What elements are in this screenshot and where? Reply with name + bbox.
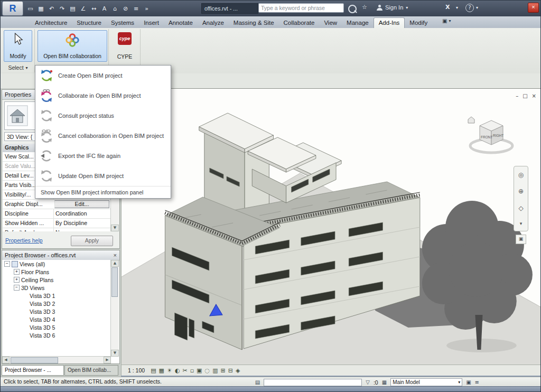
tab-view[interactable]: View	[319, 18, 342, 28]
tab-add-ins[interactable]: Add-Ins	[374, 17, 405, 28]
crop-view-icon[interactable]: ✂	[182, 367, 187, 374]
tree-node-vista-3d-6[interactable]: Vista 3D 6	[2, 331, 111, 339]
help-caret-icon[interactable]: ▾	[476, 5, 478, 10]
measure-icon[interactable]: ∠	[79, 4, 88, 13]
view-restore-icon[interactable]: □	[523, 93, 527, 99]
tree-node-vista-3d-3[interactable]: Vista 3D 3	[2, 307, 111, 315]
scroll-thumb[interactable]	[111, 267, 118, 297]
tree-node-vista-3d-2[interactable]: Vista 3D 2	[2, 300, 111, 307]
save-icon[interactable]: ▦	[36, 4, 45, 13]
tree-node-ceiling-plans[interactable]: + Ceiling Plans	[2, 276, 111, 284]
scroll-right-icon[interactable]: ▶	[104, 357, 111, 363]
browser-vertical-scrollbar[interactable]: ▲ ▼	[110, 260, 119, 357]
open-icon[interactable]: ▭	[26, 4, 35, 13]
navigation-wheel-icon[interactable]: ◎	[518, 171, 524, 179]
select-panel-label[interactable]: Select ▾	[2, 63, 35, 72]
dimension-icon[interactable]: ↔	[89, 4, 98, 13]
apply-button[interactable]: Apply	[71, 236, 113, 246]
tab-annotate[interactable]: Annotate	[164, 18, 198, 28]
property-value[interactable]: By Discipline	[53, 219, 110, 228]
tab-open-bim-collab[interactable]: Open BIM collab...	[64, 365, 118, 376]
selection-filter-icon[interactable]: ▽	[366, 379, 370, 385]
tab-analyze[interactable]: Analyze	[198, 18, 229, 28]
temporary-view-properties-icon[interactable]: ▥	[212, 367, 218, 374]
expand-icon[interactable]: +	[14, 277, 20, 283]
search-input[interactable]	[258, 3, 344, 13]
tab-insert[interactable]: Insert	[139, 18, 164, 28]
property-value[interactable]: None	[53, 228, 110, 231]
design-option-select[interactable]: Main Model ▾	[390, 378, 462, 386]
detail-level-icon[interactable]: ▤	[151, 367, 156, 374]
cype-button[interactable]: cype CYPE	[110, 30, 139, 62]
property-value[interactable]: Coordination	[53, 209, 110, 218]
section-icon[interactable]: ⊘	[121, 4, 130, 13]
qat-overflow-icon[interactable]: »	[142, 4, 151, 13]
view-minimize-icon[interactable]: –	[516, 93, 518, 99]
redo-icon[interactable]: ↷	[58, 4, 67, 13]
modify-button[interactable]: Modify	[4, 30, 32, 62]
scroll-thumb[interactable]	[11, 357, 58, 363]
shadows-icon[interactable]: ◐	[175, 367, 180, 374]
tab-systems[interactable]: Systems	[106, 18, 139, 28]
tab-structure[interactable]: Structure	[72, 18, 106, 28]
print-icon[interactable]: ▤	[68, 4, 77, 13]
navbar-extra-icon[interactable]: ▣	[516, 235, 526, 244]
search-icon[interactable]	[348, 5, 357, 15]
editable-only-icon[interactable]: ▣	[466, 379, 471, 385]
collapse-icon[interactable]: −	[14, 285, 20, 291]
zoom-icon[interactable]: ⊕	[518, 188, 524, 195]
scroll-down-icon[interactable]: ▼	[111, 350, 119, 357]
ribbon-display-toggle[interactable]: ▣ ▾	[442, 18, 451, 24]
application-menu-button[interactable]: R	[2, 1, 23, 16]
select-toggle-icon[interactable]: ≡	[475, 379, 479, 385]
visual-style-icon[interactable]: ▦	[159, 367, 164, 374]
expand-icon[interactable]: +	[14, 269, 20, 275]
tree-node-vista-3d-1[interactable]: Vista 3D 1	[2, 292, 111, 300]
tab-manage[interactable]: Manage	[342, 18, 374, 28]
favorites-star-icon[interactable]: ☆	[362, 4, 367, 11]
help-icon[interactable]: ?	[465, 4, 474, 12]
project-browser-header[interactable]: Project Browser - offices.rvt ×	[2, 250, 119, 260]
orbit-icon[interactable]: ◇	[518, 204, 523, 212]
tree-node-3d-views[interactable]: − 3D Views	[2, 284, 111, 292]
view-close-icon[interactable]: ×	[532, 93, 536, 99]
project-browser-close-icon[interactable]: ×	[114, 251, 117, 260]
edit-button[interactable]: Edit...	[54, 200, 109, 208]
scroll-up-icon[interactable]: ▲	[111, 260, 119, 267]
window-close-button[interactable]: ×	[528, 3, 539, 13]
sun-path-icon[interactable]: ☀	[167, 367, 172, 374]
show-crop-region-icon[interactable]: ▫	[190, 367, 194, 374]
worksharing-display-icon[interactable]: ⊞	[221, 367, 226, 374]
menu-item-export-ifc[interactable]: Export the IFC file again	[35, 146, 171, 166]
menu-item-create-openbim[interactable]: Create Open BIM project	[35, 66, 171, 86]
undo-icon[interactable]: ↶	[47, 4, 56, 13]
tab-architecture[interactable]: Architecture	[30, 18, 72, 28]
open-bim-collaboration-button[interactable]: Open BIM collaboration	[38, 30, 107, 62]
analytical-model-icon[interactable]: ◈	[236, 367, 240, 374]
viewcube[interactable]: FRONT RIGHT	[464, 112, 517, 162]
sign-in-control[interactable]: Sign In ▾	[377, 4, 408, 11]
navigation-bar[interactable]: ◎ ⊕ ◇ ▾	[514, 166, 528, 231]
tab-project-browser[interactable]: Project Browser - ...	[2, 365, 64, 376]
exchange-caret-icon[interactable]: ▾	[456, 5, 458, 10]
default-3d-view-icon[interactable]: ⌂	[110, 4, 119, 13]
scroll-left-icon[interactable]: ◀	[2, 357, 10, 363]
tree-node-floor-plans[interactable]: + Floor Plans	[2, 268, 111, 276]
displacement-icon[interactable]: ⊟	[228, 367, 233, 374]
worksets-field[interactable]	[264, 379, 362, 386]
tree-node-vista-3d-4[interactable]: Vista 3D 4	[2, 315, 111, 323]
temporary-hide-isolate-icon[interactable]: ▣	[197, 367, 202, 374]
exchange-apps-icon[interactable]: X	[445, 4, 450, 11]
tab-massing-site[interactable]: Massing & Site	[229, 18, 279, 28]
text-icon[interactable]: A	[100, 4, 109, 13]
collapse-icon[interactable]: −	[4, 261, 10, 267]
worksets-icon[interactable]: ▤	[255, 379, 260, 385]
menu-item-show-info-panel[interactable]: Show Open BIM project information panel	[35, 186, 171, 198]
menu-item-update-openbim[interactable]: Update Open BIM project	[35, 166, 171, 186]
tab-modify[interactable]: Modify	[405, 18, 432, 28]
browser-horizontal-scrollbar[interactable]: ◀ ▶	[2, 356, 111, 363]
properties-help-link[interactable]: Properties help	[5, 237, 43, 244]
menu-item-collaborate-openbim[interactable]: Collaborate in Open BIM project	[35, 86, 171, 106]
menu-item-cancel-collaboration[interactable]: Cancel collaboration in Open BIM project	[35, 126, 171, 146]
thin-lines-icon[interactable]: ≡	[132, 4, 141, 13]
